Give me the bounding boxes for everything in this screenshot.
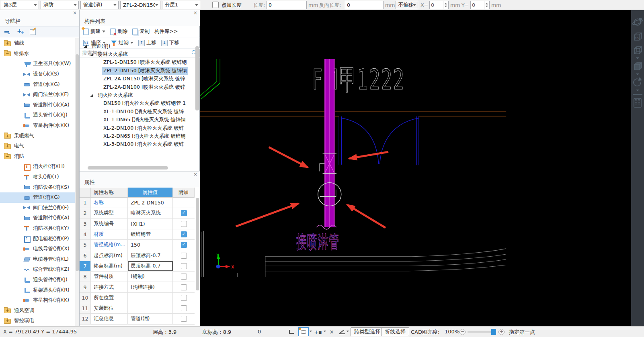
wireframe-view-icon[interactable] bbox=[634, 47, 642, 54]
cad-canvas[interactable]: FM甲1222 bbox=[200, 10, 644, 326]
sidebar-item[interactable]: 设备(水)(S) bbox=[0, 69, 76, 80]
length-input[interactable] bbox=[267, 1, 307, 9]
property-row[interactable]: 12汇总信息管道(消) bbox=[80, 314, 195, 324]
sidebar-scrollbar[interactable] bbox=[75, 38, 79, 326]
tree-item[interactable]: ZPL-2A-DN100 [喷淋灭火系统 镀锌 bbox=[80, 83, 195, 91]
sidebar-item[interactable]: 消防设备(消)(S) bbox=[0, 182, 76, 192]
sidebar-item[interactable]: 综合管线(消)(Z) bbox=[0, 264, 76, 275]
expand-all-icon[interactable] bbox=[17, 29, 24, 35]
chevron-down-icon[interactable] bbox=[310, 331, 312, 333]
chevron-down-icon[interactable] bbox=[347, 331, 349, 333]
property-row[interactable]: 1名称ZPL-2-DN150 bbox=[80, 198, 195, 208]
discipline-select[interactable]: 消防 bbox=[41, 1, 79, 9]
sidebar-item[interactable]: 零星构件(消)(K) bbox=[0, 295, 76, 306]
component-list-hscrollbar[interactable] bbox=[88, 166, 168, 170]
sidebar-item[interactable]: 阀门法兰(消)(F) bbox=[0, 203, 76, 213]
sidebar-item[interactable]: 电线导管(消)(X) bbox=[0, 244, 76, 254]
properties-scrollbar[interactable] bbox=[196, 198, 199, 290]
extra-checkbox[interactable] bbox=[181, 253, 187, 259]
spinner-arrows-icon[interactable] bbox=[484, 1, 489, 9]
brightness-plus-button[interactable]: + bbox=[498, 329, 505, 335]
tree-node[interactable]: 管道(消) bbox=[80, 42, 195, 50]
rotate-view-icon[interactable] bbox=[634, 77, 642, 86]
collapse-all-icon[interactable] bbox=[4, 29, 11, 35]
sprinkler-pipe[interactable] bbox=[324, 59, 334, 227]
property-row[interactable]: 9连接方式(沟槽连接) bbox=[80, 282, 195, 292]
property-row-selected[interactable]: 7终点标高(m)层顶标高-0.7 bbox=[80, 261, 195, 272]
sidebar-item[interactable]: 管道附件(水)(A) bbox=[0, 100, 76, 110]
sidebar-item[interactable]: 管道附件(消)(A) bbox=[0, 213, 76, 223]
property-row[interactable]: 8管件材质(钢制) bbox=[80, 272, 195, 282]
polyline-select-button[interactable]: 折线选择 bbox=[381, 327, 409, 336]
offset-mode-select[interactable]: 不偏移 bbox=[396, 1, 418, 9]
layer-select[interactable]: 分层1 bbox=[162, 1, 200, 9]
extra-checkbox[interactable] bbox=[181, 316, 187, 322]
sidebar-item-axis[interactable]: +轴线 bbox=[0, 38, 76, 49]
chevron-down-icon[interactable] bbox=[636, 74, 639, 75]
add-select-button[interactable]: +▪ bbox=[313, 327, 323, 336]
edit-list-icon[interactable] bbox=[30, 29, 37, 35]
property-row[interactable]: 6起点标高(m)层顶标高-0.7 bbox=[80, 250, 195, 261]
sidebar-item-hvac[interactable]: +通风空调 bbox=[0, 305, 76, 316]
angle-snap-button[interactable] bbox=[337, 327, 347, 336]
sidebar-item-heating-gas[interactable]: +采暖燃气 bbox=[0, 131, 76, 141]
property-row[interactable]: 4材质镀锌钢管 bbox=[80, 229, 195, 240]
extra-checkbox[interactable] bbox=[181, 263, 187, 269]
component-library-button[interactable]: 构件库>> bbox=[153, 27, 179, 36]
extra-checkbox[interactable] bbox=[181, 221, 187, 227]
brightness-minus-button[interactable]: − bbox=[459, 329, 466, 335]
property-row[interactable]: 3系统编号(XH1) bbox=[80, 219, 195, 229]
floor-select[interactable]: 第3层 bbox=[1, 1, 39, 9]
ortho-corner-button[interactable] bbox=[286, 327, 297, 336]
extra-checkbox[interactable] bbox=[181, 305, 187, 311]
chevron-down-icon[interactable] bbox=[636, 90, 639, 91]
reverse-length-input[interactable] bbox=[345, 1, 384, 9]
sidebar-item[interactable]: 消火栓(消)(H) bbox=[0, 161, 76, 172]
tree-item[interactable]: ZPL-1-DN150 [喷淋灭火系统 镀锌钢 bbox=[80, 59, 195, 67]
spinner-arrows-icon[interactable] bbox=[443, 1, 448, 9]
tree-item-selected[interactable]: ZPL-2-DN150 [喷淋灭火系统 镀锌钢 bbox=[80, 67, 195, 75]
delete-button[interactable]: 删除 bbox=[109, 27, 129, 36]
sidebar-item[interactable]: 管道(水)(G) bbox=[0, 79, 76, 90]
expanded-arrow-icon[interactable] bbox=[90, 53, 93, 56]
sidebar-item-electrical[interactable]: +电气 bbox=[0, 141, 76, 151]
close-icon[interactable]: × bbox=[193, 10, 197, 15]
tree-item[interactable]: XL-3-DN100 [消火栓灭火系统 镀锌 bbox=[80, 141, 195, 149]
extra-checkbox[interactable] bbox=[181, 295, 187, 301]
chevron-down-icon[interactable] bbox=[636, 57, 639, 59]
sidebar-item[interactable]: 通头管件(水)(J) bbox=[0, 110, 76, 121]
property-row[interactable]: 5管径规格(m...150 bbox=[80, 240, 195, 250]
property-row[interactable]: 2系统类型喷淋灭火系统 bbox=[80, 208, 195, 219]
sidebar-item[interactable]: 阀门法兰(水)(F) bbox=[0, 90, 76, 100]
sidebar-item[interactable]: 消防器具(消)(Y) bbox=[0, 223, 76, 234]
deselect-button[interactable]: × bbox=[326, 327, 337, 336]
rect-select-button[interactable] bbox=[298, 327, 309, 336]
tree-item[interactable]: XL-1-DN65 [消火栓灭火系统 镀锌钢 bbox=[80, 116, 195, 124]
sidebar-item-plumbing[interactable]: −给排水 bbox=[0, 49, 76, 59]
tree-item[interactable]: ZPL-2A-DN150 [喷淋灭火系统 镀锌 bbox=[80, 75, 195, 83]
chevron-down-icon[interactable] bbox=[324, 331, 326, 333]
orbit-icon[interactable] bbox=[632, 18, 643, 26]
tree-item[interactable]: DN150 [消火栓灭火系统 镀锌钢管 1 bbox=[80, 100, 195, 108]
close-icon[interactable]: × bbox=[73, 10, 77, 15]
cross-type-select-button[interactable]: 跨类型选择 bbox=[351, 327, 384, 336]
y-offset-stepper[interactable] bbox=[470, 1, 490, 9]
sidebar-item[interactable]: 桥架通头(消)(R) bbox=[0, 285, 76, 295]
sidebar-item[interactable]: 卫生器具(水)(W) bbox=[0, 59, 76, 69]
close-icon[interactable]: × bbox=[193, 172, 197, 177]
tree-item[interactable]: XL-2-DN65 [消火栓灭火系统 镀锌钢 bbox=[80, 132, 195, 140]
x-offset-stepper[interactable] bbox=[429, 1, 449, 9]
extra-checkbox[interactable] bbox=[181, 284, 187, 290]
new-button[interactable]: 新建 bbox=[82, 27, 107, 36]
point-add-length-checkbox[interactable] bbox=[212, 2, 219, 8]
component-list-vscrollbar[interactable] bbox=[195, 46, 199, 110]
category-select[interactable]: 管道(消) bbox=[80, 1, 119, 9]
sidebar-item-pipe-fire[interactable]: 管道(消)(G) bbox=[0, 192, 76, 203]
tree-node[interactable]: 消火栓灭火系统 bbox=[80, 91, 195, 99]
solid-view-icon[interactable] bbox=[634, 63, 642, 70]
sidebar-item-fire[interactable]: −消防 bbox=[0, 151, 76, 162]
sidebar-item[interactable]: 通头管件(消)(J) bbox=[0, 275, 76, 285]
extra-checkbox[interactable] bbox=[181, 242, 187, 248]
copy-button[interactable]: 复制 bbox=[131, 27, 151, 36]
property-row[interactable]: 11安装部位 bbox=[80, 303, 195, 314]
